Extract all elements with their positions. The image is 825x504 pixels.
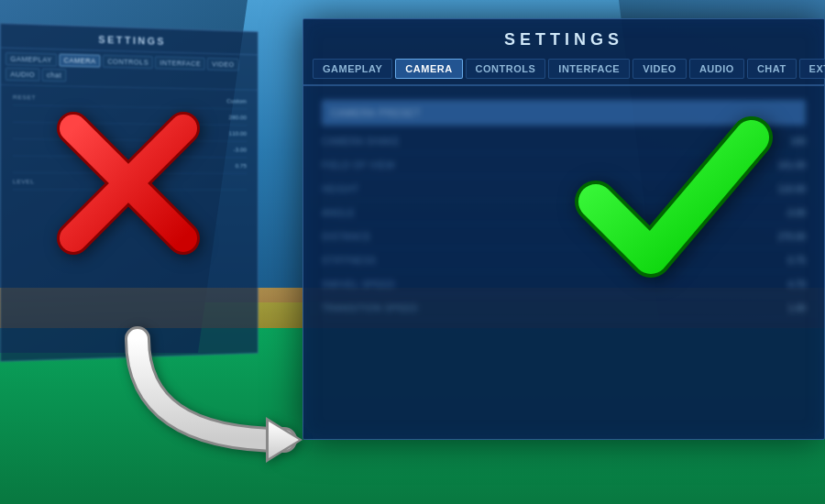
right-tab-gameplay[interactable]: GAMEPLAY — [313, 59, 392, 79]
left-tabs: GAMEPLAY CAMERA CONTROLS INTERFACE VIDEO… — [1, 49, 258, 91]
left-reset-value: Custom — [226, 97, 247, 104]
left-value-4: 0.75 — [236, 162, 247, 170]
settings-label-stiffness: STIFFNESS — [322, 256, 377, 266]
camera-preset-label: CAMERA PRESET — [331, 108, 421, 118]
settings-label-fov: FIELD OF VIEW — [322, 160, 395, 170]
left-tab-interface[interactable]: INTERFACE — [155, 56, 204, 70]
white-arrow-icon — [119, 321, 376, 467]
settings-label-angle: ANGLE — [322, 208, 355, 218]
left-tab-video[interactable]: VIDEO — [207, 58, 238, 71]
left-value-3: -3.00 — [234, 147, 247, 154]
settings-label-swivel: SWIVEL SPEED — [322, 279, 395, 290]
settings-label-shake: CAMERA SHAKE — [322, 137, 400, 147]
right-panel-title: SETTINGS — [303, 19, 824, 59]
right-tab-camera[interactable]: CAMERA — [395, 59, 462, 79]
left-tab-camera[interactable]: CAMERA — [59, 54, 100, 68]
right-tab-controls[interactable]: CONTROLS — [466, 59, 546, 79]
settings-label-distance: DISTANCE — [322, 232, 371, 242]
right-tab-extras[interactable]: EXTRAS — [799, 59, 825, 79]
settings-value-stiffness: 0.75 — [788, 256, 806, 266]
settings-value-shake: 100 — [790, 137, 806, 147]
left-tab-chat[interactable]: chat — [42, 69, 66, 82]
left-value-2: 110.00 — [229, 130, 247, 137]
left-value-1: 280.00 — [229, 114, 247, 121]
settings-value-swivel: 4.70 — [788, 279, 806, 290]
left-tab-audio[interactable]: AUDIO — [6, 68, 39, 82]
green-check-icon — [550, 73, 788, 312]
settings-label-height: HEIGHT — [322, 184, 359, 194]
left-reset-label: RESET — [13, 93, 36, 101]
settings-label-transition: TRANSITION SPEED — [322, 303, 418, 313]
red-x-icon — [37, 92, 220, 275]
left-tab-gameplay[interactable]: GAMEPLAY — [6, 52, 57, 66]
settings-value-transition: 1.00 — [788, 303, 806, 313]
left-tab-controls[interactable]: CONTROLS — [103, 55, 153, 69]
left-level-label: LEVEL — [13, 178, 35, 185]
